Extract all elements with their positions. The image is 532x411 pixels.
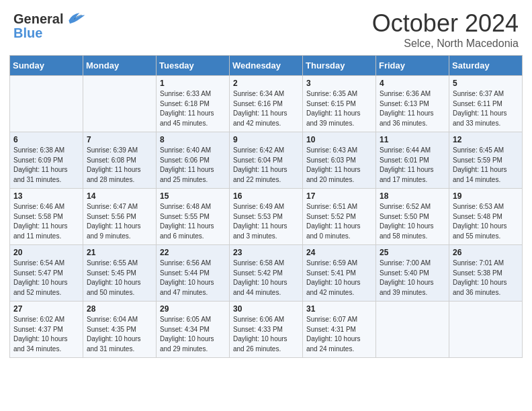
calendar-cell: 22 Sunrise: 6:56 AM Sunset: 5:44 PM Dayl… [157,245,230,302]
cell-data: Sunrise: 6:56 AM Sunset: 5:44 PM Dayligh… [160,259,226,298]
logo-text-general: General [13,11,63,27]
day-number: 25 [380,248,445,257]
day-number: 15 [160,191,226,201]
sunrise: Sunrise: 6:02 AM [13,316,64,323]
day-number: 16 [233,191,299,201]
day-number: 21 [87,248,152,257]
calendar-cell: 15 Sunrise: 6:48 AM Sunset: 5:55 PM Dayl… [157,189,230,245]
cell-data: Sunrise: 6:53 AM Sunset: 5:48 PM Dayligh… [453,202,519,241]
daylight: Daylight: 10 hours and 42 minutes. [306,279,361,296]
cell-data: Sunrise: 6:49 AM Sunset: 5:53 PM Dayligh… [233,202,299,241]
sunset: Sunset: 6:06 PM [160,156,210,164]
sunrise: Sunrise: 6:45 AM [453,146,504,154]
cell-data: Sunrise: 6:48 AM Sunset: 5:55 PM Dayligh… [160,202,226,241]
sunset: Sunset: 4:31 PM [306,326,356,333]
sunset: Sunset: 5:58 PM [13,213,63,220]
sunrise: Sunrise: 6:33 AM [160,90,211,97]
sunrise: Sunrise: 6:52 AM [380,203,431,210]
sunrise: Sunrise: 6:36 AM [380,90,431,97]
day-number: 9 [233,135,299,144]
day-number: 10 [306,135,372,144]
calendar-cell: 4 Sunrise: 6:36 AM Sunset: 6:13 PM Dayli… [376,76,449,132]
cell-data: Sunrise: 6:38 AM Sunset: 6:09 PM Dayligh… [13,146,79,185]
daylight: Daylight: 10 hours and 50 minutes. [87,279,141,296]
sunrise: Sunrise: 6:53 AM [453,203,504,210]
day-number: 17 [306,191,372,201]
calendar-cell: 9 Sunrise: 6:42 AM Sunset: 6:04 PM Dayli… [230,132,303,189]
sunset: Sunset: 5:38 PM [453,269,502,277]
calendar-cell [376,302,449,358]
cell-data: Sunrise: 6:44 AM Sunset: 6:01 PM Dayligh… [380,146,445,185]
daylight: Daylight: 11 hours and 28 minutes. [87,166,141,183]
daylight: Daylight: 10 hours and 39 minutes. [380,279,434,296]
sunrise: Sunrise: 6:59 AM [306,259,357,267]
day-number: 26 [453,248,519,257]
daylight: Daylight: 11 hours and 9 minutes. [87,222,141,240]
daylight: Daylight: 10 hours and 47 minutes. [160,279,214,296]
daylight: Daylight: 11 hours and 20 minutes. [306,166,361,183]
sunrise: Sunrise: 6:49 AM [233,203,284,210]
calendar-cell: 30 Sunrise: 6:06 AM Sunset: 4:33 PM Dayl… [230,302,303,358]
sunrise: Sunrise: 6:04 AM [87,316,138,323]
day-number: 11 [380,135,445,144]
sunrise: Sunrise: 6:05 AM [160,316,211,323]
calendar-cell: 7 Sunrise: 6:39 AM Sunset: 6:08 PM Dayli… [83,132,157,189]
daylight: Daylight: 11 hours and 42 minutes. [233,109,287,127]
cell-data: Sunrise: 6:34 AM Sunset: 6:16 PM Dayligh… [233,89,299,128]
calendar-header-row: SundayMondayTuesdayWednesdayThursdayFrid… [10,56,523,76]
calendar-cell: 29 Sunrise: 6:05 AM Sunset: 4:34 PM Dayl… [157,302,230,358]
day-number: 22 [160,248,226,257]
day-of-week-header: Wednesday [230,56,303,76]
daylight: Daylight: 10 hours and 24 minutes. [306,335,361,353]
calendar-cell: 24 Sunrise: 6:59 AM Sunset: 5:41 PM Dayl… [303,245,376,302]
day-number: 7 [87,135,152,144]
sunset: Sunset: 5:53 PM [233,213,283,220]
day-of-week-header: Friday [376,56,449,76]
daylight: Daylight: 10 hours and 52 minutes. [13,279,68,296]
day-number: 27 [13,304,79,314]
sunrise: Sunrise: 6:42 AM [233,146,284,154]
day-number: 6 [13,135,79,144]
sunset: Sunset: 6:13 PM [380,100,429,107]
day-of-week-header: Monday [83,56,157,76]
day-number: 30 [233,304,299,314]
sunset: Sunset: 5:59 PM [453,156,502,164]
cell-data: Sunrise: 6:51 AM Sunset: 5:52 PM Dayligh… [306,202,372,241]
calendar-cell: 23 Sunrise: 6:58 AM Sunset: 5:42 PM Dayl… [230,245,303,302]
cell-data: Sunrise: 6:45 AM Sunset: 5:59 PM Dayligh… [453,146,519,185]
calendar-cell: 14 Sunrise: 6:47 AM Sunset: 5:56 PM Dayl… [83,189,157,245]
cell-data: Sunrise: 6:35 AM Sunset: 6:15 PM Dayligh… [306,89,372,128]
daylight: Daylight: 10 hours and 29 minutes. [160,335,214,353]
sunset: Sunset: 6:08 PM [87,156,136,164]
sunset: Sunset: 5:48 PM [453,213,502,220]
daylight: Daylight: 11 hours and 45 minutes. [160,109,214,127]
sunrise: Sunrise: 7:00 AM [380,259,431,267]
calendar-week-row: 27 Sunrise: 6:02 AM Sunset: 4:37 PM Dayl… [10,302,523,358]
day-number: 19 [453,191,519,201]
day-number: 31 [306,304,372,314]
month-title: October 2024 [372,9,519,38]
cell-data: Sunrise: 6:05 AM Sunset: 4:34 PM Dayligh… [160,315,226,354]
sunrise: Sunrise: 6:40 AM [160,146,211,154]
calendar-cell: 25 Sunrise: 7:00 AM Sunset: 5:40 PM Dayl… [376,245,449,302]
daylight: Daylight: 11 hours and 11 minutes. [13,222,68,240]
calendar-cell: 6 Sunrise: 6:38 AM Sunset: 6:09 PM Dayli… [10,132,83,189]
day-number: 2 [233,79,299,88]
sunrise: Sunrise: 6:44 AM [380,146,431,154]
sunrise: Sunrise: 6:47 AM [87,203,138,210]
sunset: Sunset: 6:16 PM [233,100,283,107]
day-of-week-header: Saturday [449,56,523,76]
sunrise: Sunrise: 6:43 AM [306,146,357,154]
cell-data: Sunrise: 6:52 AM Sunset: 5:50 PM Dayligh… [380,202,445,241]
calendar-cell: 31 Sunrise: 6:07 AM Sunset: 4:31 PM Dayl… [303,302,376,358]
cell-data: Sunrise: 6:43 AM Sunset: 6:03 PM Dayligh… [306,146,372,185]
logo: General Blue [13,9,86,41]
sunrise: Sunrise: 6:58 AM [233,259,284,267]
daylight: Daylight: 11 hours and 31 minutes. [13,166,68,183]
calendar-cell: 18 Sunrise: 6:52 AM Sunset: 5:50 PM Dayl… [376,189,449,245]
cell-data: Sunrise: 6:33 AM Sunset: 6:18 PM Dayligh… [160,89,226,128]
location-subtitle: Selce, North Macedonia [372,38,519,50]
calendar-cell: 16 Sunrise: 6:49 AM Sunset: 5:53 PM Dayl… [230,189,303,245]
cell-data: Sunrise: 6:39 AM Sunset: 6:08 PM Dayligh… [87,146,152,185]
daylight: Daylight: 11 hours and 14 minutes. [453,166,507,183]
